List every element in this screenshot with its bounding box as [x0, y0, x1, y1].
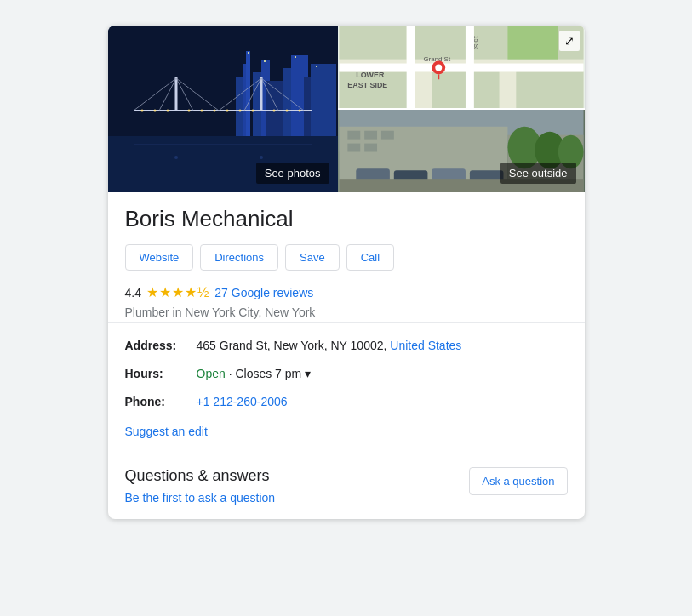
call-button[interactable]: Call	[346, 244, 394, 271]
save-button[interactable]: Save	[285, 244, 340, 271]
hours-open: Open	[197, 367, 226, 380]
svg-point-41	[260, 156, 263, 159]
svg-text:EAST SIDE: EAST SIDE	[347, 81, 387, 89]
svg-point-30	[238, 110, 241, 112]
right-photos: Grand St 15 St LOWER EAST SIDE ⤢	[338, 26, 585, 192]
photos-section: See photos	[108, 26, 585, 192]
svg-rect-49	[507, 26, 558, 60]
hours-value: Open · Closes 7 pm ▾	[197, 365, 312, 383]
rating-number: 4.4	[125, 286, 141, 299]
svg-rect-64	[364, 131, 377, 140]
svg-point-36	[264, 60, 266, 62]
dropdown-icon: ▾	[305, 367, 311, 380]
business-card: See photos	[108, 26, 585, 519]
website-button[interactable]: Website	[125, 244, 194, 271]
svg-point-58	[435, 65, 442, 71]
ask-question-button[interactable]: Ask a question	[469, 467, 567, 495]
svg-point-33	[285, 110, 288, 112]
suggest-edit-link[interactable]: Suggest an edit	[125, 425, 208, 438]
hours-close-text: · Closes 7 pm	[229, 367, 302, 380]
qa-title: Questions & answers	[125, 467, 276, 485]
svg-rect-4	[246, 51, 250, 136]
qa-left: Questions & answers Be the first to ask …	[125, 467, 276, 505]
svg-rect-65	[380, 131, 393, 140]
svg-rect-11	[311, 64, 336, 136]
qa-section: Questions & answers Be the first to ask …	[108, 453, 585, 519]
business-type: Plumber in New York City, New York	[125, 305, 568, 319]
svg-text:LOWER: LOWER	[356, 71, 385, 79]
svg-rect-43	[339, 26, 406, 60]
street-thumbnail[interactable]: See outside	[338, 110, 585, 192]
reviews-link[interactable]: 27 Google reviews	[214, 286, 313, 299]
directions-button[interactable]: Directions	[200, 244, 278, 271]
svg-rect-63	[347, 131, 360, 140]
phone-link[interactable]: +1 212-260-2006	[197, 393, 288, 411]
svg-point-38	[316, 66, 317, 67]
svg-point-35	[248, 52, 249, 54]
hours-label: Hours:	[125, 365, 193, 383]
map-thumbnail[interactable]: Grand St 15 St LOWER EAST SIDE ⤢	[338, 26, 585, 108]
address-row: Address: 465 Grand St, New York, NY 1000…	[125, 337, 568, 355]
address-country[interactable]: United States	[390, 339, 461, 352]
svg-point-40	[174, 156, 178, 159]
svg-rect-48	[516, 71, 583, 108]
hours-close[interactable]: · Closes 7 pm ▾	[229, 367, 311, 380]
see-outside-button[interactable]: See outside	[500, 163, 576, 184]
svg-point-31	[251, 110, 254, 112]
phone-row: Phone: +1 212-260-2006	[125, 393, 568, 411]
svg-rect-66	[347, 144, 360, 152]
svg-point-28	[213, 110, 215, 112]
svg-text:15 St: 15 St	[472, 36, 478, 49]
address-label: Address:	[125, 337, 193, 355]
details-section: Address: 465 Grand St, New York, NY 1000…	[108, 322, 585, 453]
rating-row: 4.4 ★★★★½ 27 Google reviews	[125, 284, 568, 300]
business-name: Boris Mechanical	[125, 206, 568, 232]
svg-point-25	[166, 110, 169, 112]
svg-point-34	[298, 110, 300, 112]
action-buttons: Website Directions Save Call	[125, 244, 568, 271]
stars: ★★★★½	[146, 284, 209, 300]
svg-point-24	[153, 110, 156, 112]
svg-point-26	[187, 110, 190, 112]
info-section: Boris Mechanical Website Directions Save…	[108, 192, 585, 319]
see-photos-button[interactable]: See photos	[256, 163, 329, 184]
svg-point-29	[226, 110, 228, 112]
phone-label: Phone:	[125, 393, 193, 411]
address-text: 465 Grand St, New York, NY 10002,	[197, 339, 387, 352]
svg-rect-67	[364, 144, 377, 152]
svg-point-32	[272, 110, 275, 112]
address-value: 465 Grand St, New York, NY 10002, United…	[197, 337, 462, 355]
expand-map-button[interactable]: ⤢	[559, 31, 580, 51]
hours-row: Hours: Open · Closes 7 pm ▾	[125, 365, 568, 383]
svg-point-27	[200, 110, 203, 112]
main-photo[interactable]: See photos	[108, 26, 338, 192]
qa-first-link[interactable]: Be the first to ask a question	[125, 491, 276, 505]
svg-point-23	[140, 110, 143, 112]
svg-point-37	[295, 56, 296, 58]
